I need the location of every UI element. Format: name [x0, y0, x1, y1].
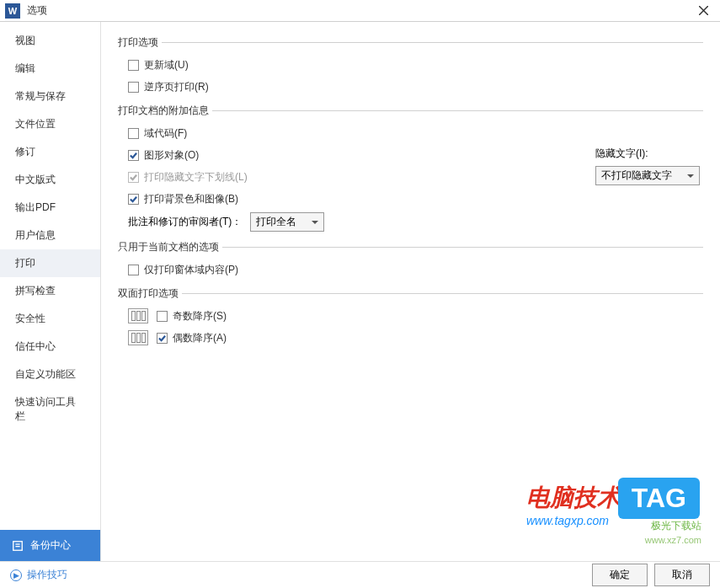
select-reviewer[interactable]: 打印全名 [250, 212, 324, 232]
sidebar-item-chinese-layout[interactable]: 中文版式 [0, 166, 100, 194]
even-pages-icon [128, 330, 148, 345]
label-form-only: 仅打印窗体域内容(P) [144, 263, 238, 277]
checkbox-field-codes[interactable] [128, 128, 139, 139]
watermark-jg: 极光下载站 www.xz7.com [645, 519, 701, 546]
group-duplex: 双面打印选项 奇数降序(S) 偶数降序(A) [118, 286, 703, 346]
chevron-down-icon [312, 221, 318, 224]
select-reviewer-value: 打印全名 [256, 215, 296, 229]
sidebar-item-quick-access[interactable]: 快速访问工具栏 [0, 388, 100, 430]
checkbox-even-desc[interactable] [157, 333, 168, 344]
content-panel: 打印选项 更新域(U) 逆序页打印(R) 打印文档的附加信息 [101, 22, 720, 561]
close-button[interactable] [686, 0, 720, 22]
group-print-options: 打印选项 更新域(U) 逆序页打印(R) [118, 35, 703, 95]
odd-pages-icon [128, 308, 148, 323]
label-odd-desc: 奇数降序(S) [173, 309, 227, 323]
checkbox-form-only[interactable] [128, 265, 139, 275]
label-update-fields: 更新域(U) [144, 58, 189, 72]
select-hidden-text[interactable]: 不打印隐藏文字 [595, 166, 700, 185]
sidebar-item-view[interactable]: 视图 [0, 27, 100, 55]
ok-button[interactable]: 确定 [592, 564, 648, 586]
sidebar: 视图 编辑 常规与保存 文件位置 修订 中文版式 输出PDF 用户信息 打印 拼… [0, 22, 101, 561]
label-hidden-underline: 打印隐藏文字下划线(L) [144, 170, 248, 184]
app-icon: W [5, 3, 20, 19]
label-reviewer: 批注和修订的审阅者(T)： [128, 215, 242, 229]
label-graphics: 图形对象(O) [144, 148, 199, 163]
help-icon: ▶ [10, 569, 22, 581]
sidebar-item-file-location[interactable]: 文件位置 [0, 110, 100, 138]
titlebar: W 选项 [0, 0, 720, 22]
svg-rect-3 [15, 543, 19, 544]
sidebar-item-security[interactable]: 安全性 [0, 305, 100, 333]
checkbox-graphics[interactable] [128, 150, 139, 161]
checkbox-hidden-underline [128, 172, 139, 183]
sidebar-item-revision[interactable]: 修订 [0, 138, 100, 166]
label-field-codes: 域代码(F) [144, 126, 187, 141]
backup-center-button[interactable]: 备份中心 [0, 530, 100, 561]
label-even-desc: 偶数降序(A) [173, 331, 227, 345]
sidebar-item-trust-center[interactable]: 信任中心 [0, 333, 100, 361]
label-background: 打印背景色和图像(B) [144, 192, 238, 206]
sidebar-item-general-save[interactable]: 常规与保存 [0, 83, 100, 110]
sidebar-item-output-pdf[interactable]: 输出PDF [0, 194, 100, 222]
help-link[interactable]: 操作技巧 [27, 568, 67, 582]
checkbox-update-fields[interactable] [128, 60, 139, 71]
select-hidden-text-value: 不打印隐藏文字 [601, 168, 672, 183]
checkbox-background[interactable] [128, 194, 139, 205]
backup-center-label: 备份中心 [30, 538, 71, 553]
label-reverse-print: 逆序页打印(R) [144, 80, 209, 94]
label-hidden-text: 隐藏文字(I): [595, 147, 700, 161]
window-title: 选项 [27, 3, 47, 18]
sidebar-item-customize-ribbon[interactable]: 自定义功能区 [0, 361, 100, 388]
cancel-button[interactable]: 取消 [654, 564, 710, 586]
group-title-print: 打印选项 [118, 35, 158, 50]
group-current-doc: 只用于当前文档的选项 仅打印窗体域内容(P) [118, 240, 703, 278]
checkbox-odd-desc[interactable] [157, 311, 168, 322]
footer: ▶ 操作技巧 确定 取消 [0, 561, 720, 588]
watermark-tag: TAG [618, 478, 700, 519]
group-additional-info: 打印文档的附加信息 域代码(F) 图形对象(O) 打印隐藏文字下划线(L) [118, 104, 703, 232]
checkbox-reverse-print[interactable] [128, 82, 139, 93]
watermark: 电脑技术网 www.tagxp.com [526, 482, 644, 527]
group-title-additional: 打印文档的附加信息 [118, 104, 209, 118]
group-title-current-doc: 只用于当前文档的选项 [118, 240, 219, 254]
svg-rect-4 [15, 546, 19, 547]
backup-icon [12, 540, 24, 552]
chevron-down-icon [687, 174, 694, 178]
sidebar-item-spell-check[interactable]: 拼写检查 [0, 277, 100, 305]
sidebar-item-edit[interactable]: 编辑 [0, 55, 100, 83]
group-title-duplex: 双面打印选项 [118, 286, 179, 301]
sidebar-item-print[interactable]: 打印 [0, 249, 100, 277]
sidebar-item-user-info[interactable]: 用户信息 [0, 222, 100, 249]
